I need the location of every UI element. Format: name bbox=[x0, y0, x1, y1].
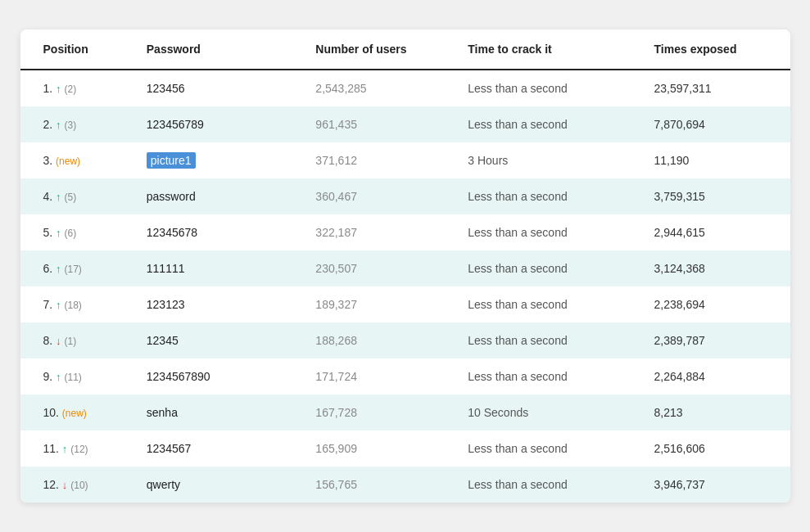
password-value: 123456789 bbox=[147, 118, 204, 131]
password-value: 1234567890 bbox=[147, 370, 210, 383]
crack-time-cell: Less than a second bbox=[451, 322, 637, 358]
arrow-up-icon: ↑ bbox=[56, 83, 61, 95]
password-value: 111111 bbox=[147, 262, 185, 275]
arrow-up-icon: ↑ bbox=[56, 119, 61, 131]
crack-time-cell: Less than a second bbox=[451, 250, 637, 286]
crack-time-cell: Less than a second bbox=[451, 431, 637, 467]
table-row: 12. ↓ (10)qwerty156,765Less than a secon… bbox=[20, 467, 790, 503]
crack-time-value: Less than a second bbox=[468, 442, 567, 455]
position-number: 5. bbox=[43, 226, 53, 239]
num-users-value: 230,507 bbox=[315, 262, 357, 275]
num-users-value: 165,909 bbox=[315, 442, 357, 455]
position-number: 2. bbox=[43, 118, 53, 131]
times-exposed-cell: 2,389,787 bbox=[638, 322, 790, 358]
crack-time-value: 10 Seconds bbox=[468, 406, 528, 419]
crack-time-cell: Less than a second bbox=[451, 467, 637, 503]
times-exposed-cell: 2,264,884 bbox=[638, 358, 790, 394]
password-cell: 111111 bbox=[130, 250, 300, 286]
times-exposed-value: 8,213 bbox=[654, 406, 683, 419]
num-users-value: 188,268 bbox=[315, 334, 357, 347]
crack-time-value: Less than a second bbox=[468, 82, 567, 95]
position-number: 3. bbox=[43, 154, 53, 167]
password-value: 123123 bbox=[147, 298, 185, 311]
password-value-highlighted: picture1 bbox=[147, 152, 196, 169]
position-change: (12) bbox=[70, 444, 88, 455]
arrow-down-icon: ↓ bbox=[56, 335, 61, 347]
times-exposed-cell: 3,946,737 bbox=[638, 467, 790, 503]
times-exposed-cell: 2,944,615 bbox=[638, 214, 790, 250]
new-badge: (new) bbox=[56, 156, 80, 167]
crack-time-value: Less than a second bbox=[468, 478, 567, 491]
crack-time-cell: Less than a second bbox=[451, 70, 637, 106]
arrow-up-icon: ↑ bbox=[56, 299, 61, 311]
position-cell: 8. ↓ (1) bbox=[20, 322, 130, 358]
times-exposed-value: 2,944,615 bbox=[654, 226, 705, 239]
num-users-value: 171,724 bbox=[315, 370, 357, 383]
header-password: Password bbox=[130, 29, 300, 70]
header-position: Position bbox=[20, 29, 130, 70]
times-exposed-cell: 23,597,311 bbox=[638, 70, 790, 106]
arrow-up-icon: ↑ bbox=[62, 443, 68, 455]
arrow-up-icon: ↑ bbox=[56, 263, 61, 275]
num-users-cell: 360,467 bbox=[299, 178, 451, 214]
num-users-cell: 371,612 bbox=[299, 142, 451, 178]
table-row: 3. (new)picture1371,6123 Hours11,190 bbox=[20, 142, 790, 178]
num-users-cell: 2,543,285 bbox=[299, 70, 451, 106]
position-change: (18) bbox=[64, 300, 81, 311]
crack-time-cell: 10 Seconds bbox=[451, 394, 637, 431]
password-cell: senha bbox=[130, 394, 300, 431]
crack-time-cell: Less than a second bbox=[451, 214, 637, 250]
arrow-down-icon: ↓ bbox=[62, 479, 68, 491]
position-number: 10. bbox=[43, 406, 59, 419]
arrow-up-icon: ↑ bbox=[56, 227, 61, 239]
password-cell: 123123 bbox=[130, 286, 300, 322]
position-cell: 4. ↑ (5) bbox=[20, 178, 130, 214]
times-exposed-value: 7,870,694 bbox=[654, 118, 705, 131]
position-change: (6) bbox=[64, 228, 76, 239]
table-row: 2. ↑ (3)123456789961,435Less than a seco… bbox=[20, 106, 790, 142]
crack-time-cell: 3 Hours bbox=[451, 142, 637, 178]
position-change: (1) bbox=[64, 336, 76, 347]
position-number: 4. bbox=[43, 190, 53, 203]
num-users-value: 2,543,285 bbox=[315, 82, 366, 95]
arrow-up-icon: ↑ bbox=[56, 371, 61, 383]
password-value: 12345 bbox=[147, 334, 179, 347]
position-change: (2) bbox=[64, 83, 76, 95]
password-cell: picture1 bbox=[130, 142, 300, 178]
table-header-row: Position Password Number of users Time t… bbox=[20, 29, 790, 70]
num-users-value: 322,187 bbox=[315, 226, 357, 239]
table-row: 4. ↑ (5)password360,467Less than a secon… bbox=[20, 178, 790, 214]
crack-time-cell: Less than a second bbox=[451, 286, 637, 322]
times-exposed-value: 3,759,315 bbox=[654, 190, 705, 203]
times-exposed-cell: 7,870,694 bbox=[638, 106, 790, 142]
num-users-cell: 167,728 bbox=[299, 394, 451, 431]
position-number: 1. bbox=[43, 82, 53, 95]
crack-time-value: Less than a second bbox=[468, 262, 567, 275]
num-users-cell: 961,435 bbox=[299, 106, 451, 142]
position-number: 8. bbox=[43, 334, 53, 347]
times-exposed-value: 2,389,787 bbox=[654, 334, 705, 347]
crack-time-cell: Less than a second bbox=[451, 178, 637, 214]
position-cell: 12. ↓ (10) bbox=[20, 467, 130, 503]
crack-time-value: Less than a second bbox=[468, 226, 567, 239]
times-exposed-value: 3,124,368 bbox=[654, 262, 705, 275]
num-users-cell: 165,909 bbox=[299, 431, 451, 467]
position-cell: 2. ↑ (3) bbox=[20, 106, 130, 142]
position-number: 9. bbox=[43, 370, 53, 383]
password-value: qwerty bbox=[147, 478, 180, 491]
times-exposed-cell: 2,516,606 bbox=[638, 431, 790, 467]
times-exposed-cell: 3,124,368 bbox=[638, 250, 790, 286]
new-badge: (new) bbox=[62, 408, 87, 419]
crack-time-cell: Less than a second bbox=[451, 358, 637, 394]
times-exposed-cell: 2,238,694 bbox=[638, 286, 790, 322]
times-exposed-value: 2,516,606 bbox=[654, 442, 705, 455]
num-users-cell: 171,724 bbox=[299, 358, 451, 394]
password-cell: qwerty bbox=[130, 467, 300, 503]
times-exposed-value: 23,597,311 bbox=[654, 82, 712, 95]
table-row: 10. (new)senha167,72810 Seconds8,213 bbox=[20, 394, 790, 431]
password-cell: password bbox=[130, 178, 300, 214]
times-exposed-value: 3,946,737 bbox=[654, 478, 705, 491]
crack-time-value: Less than a second bbox=[468, 190, 567, 203]
times-exposed-cell: 8,213 bbox=[638, 394, 790, 431]
num-users-cell: 322,187 bbox=[299, 214, 451, 250]
